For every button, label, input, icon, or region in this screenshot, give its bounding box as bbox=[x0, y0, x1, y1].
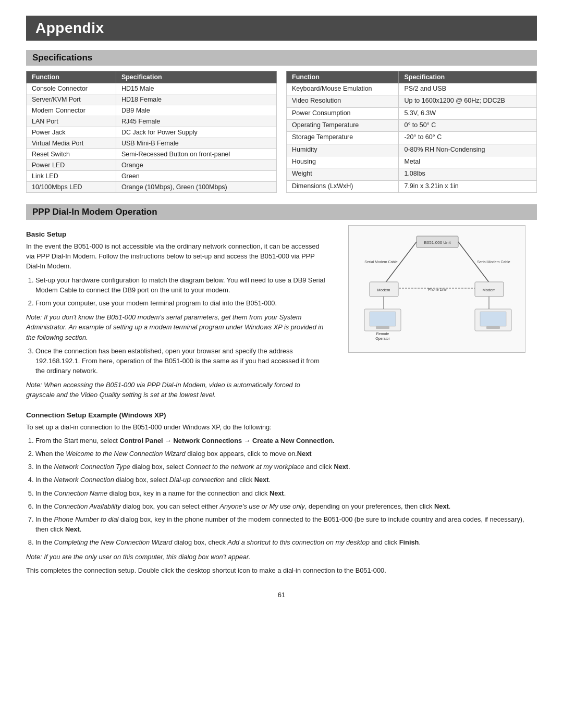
function-cell: 10/100Mbps LED bbox=[27, 182, 116, 193]
step-2: From your computer, use your modem termi… bbox=[35, 298, 326, 308]
svg-rect-20 bbox=[486, 326, 500, 329]
svg-text:Serial Modem Cable: Serial Modem Cable bbox=[477, 260, 510, 264]
specification-cell: HD18 Female bbox=[116, 94, 276, 105]
specification-cell: 0-80% RH Non-Condensing bbox=[399, 144, 537, 156]
svg-rect-13 bbox=[370, 312, 396, 326]
step-3: Once the connection has been established… bbox=[35, 346, 326, 376]
function-cell: Keyboard/Mouse Emulation bbox=[287, 83, 399, 95]
table-row: Operating Temperature0° to 50° C bbox=[287, 119, 537, 131]
diagram-box: B051-000 Unit Serial Modem Cable Serial … bbox=[348, 225, 525, 353]
svg-rect-14 bbox=[376, 326, 389, 329]
function-cell: Power Consumption bbox=[287, 107, 399, 119]
function-cell: Power LED bbox=[27, 160, 116, 171]
table-row: Virtual Media PortUSB Mini-B Female bbox=[27, 138, 277, 149]
svg-text:Operator: Operator bbox=[375, 337, 390, 341]
table-row: Power Consumption5.3V, 6.3W bbox=[287, 107, 537, 119]
function-cell: Console Connector bbox=[27, 83, 116, 94]
diagram-column: B051-000 Unit Serial Modem Cable Serial … bbox=[337, 225, 537, 404]
function-cell: Storage Temperature bbox=[287, 132, 399, 144]
table-row: Link LEDGreen bbox=[27, 171, 277, 182]
table-row: LAN PortRJ45 Female bbox=[27, 116, 277, 127]
table-row: Reset SwitchSemi-Recessed Button on fron… bbox=[27, 149, 277, 160]
function-cell: Humidity bbox=[287, 144, 399, 156]
specs-tables-container: Function Specification Console Connector… bbox=[26, 71, 537, 193]
content-area: Basic Setup In the event the B051-000 is… bbox=[26, 225, 537, 404]
specification-cell: Green bbox=[116, 171, 276, 182]
function-cell: LAN Port bbox=[27, 116, 116, 127]
note2: Note: When accessing the B051-000 via PP… bbox=[26, 380, 326, 400]
svg-text:Modem: Modem bbox=[482, 288, 495, 292]
table-row: Storage Temperature-20° to 60° C bbox=[287, 132, 537, 144]
specification-cell: Up to 1600x1200 @ 60Hz; DDC2B bbox=[399, 95, 537, 107]
left-col-specification: Specification bbox=[116, 71, 276, 83]
specification-cell: DB9 Male bbox=[116, 105, 276, 116]
list-item: In the Connection Name dialog box, key i… bbox=[35, 488, 537, 498]
step-1: Set-up your hardware configuration to ma… bbox=[35, 275, 326, 295]
table-row: Video ResolutionUp to 1600x1200 @ 60Hz; … bbox=[287, 95, 537, 107]
specification-cell: Orange (10Mbps), Green (100Mbps) bbox=[116, 182, 276, 193]
specification-cell: 7.9in x 3.21in x 1in bbox=[399, 180, 537, 192]
connection-setup-section: Connection Setup Example (Windows XP) To… bbox=[26, 411, 537, 575]
function-cell: Server/KVM Port bbox=[27, 94, 116, 105]
function-cell: Housing bbox=[287, 156, 399, 168]
list-item: In the Connection Availability dialog bo… bbox=[35, 501, 537, 511]
specification-cell: 5.3V, 6.3W bbox=[399, 107, 537, 119]
connection-steps-list: From the Start menu, select Control Pane… bbox=[35, 436, 537, 548]
list-item: In the Phone Number to dial dialog box, … bbox=[35, 514, 537, 534]
ppp-section-title: PPP Dial-In Modem Operation bbox=[26, 204, 537, 220]
final-paragraph: This completes the connection setup. Dou… bbox=[26, 565, 537, 575]
note1: Note: If you don't know the B051-000 mod… bbox=[26, 312, 326, 342]
ppp-section: PPP Dial-In Modem Operation Basic Setup … bbox=[26, 204, 537, 575]
function-cell: Video Resolution bbox=[287, 95, 399, 107]
svg-text:Modem: Modem bbox=[377, 288, 390, 292]
left-col-function: Function bbox=[27, 71, 116, 83]
table-row: Console ConnectorHD15 Male bbox=[27, 83, 277, 94]
svg-text:Remote: Remote bbox=[376, 332, 389, 336]
specs-left-table: Function Specification Console Connector… bbox=[26, 71, 277, 193]
function-cell: Link LED bbox=[27, 171, 116, 182]
function-cell: Operating Temperature bbox=[287, 119, 399, 131]
right-col-function: Function bbox=[287, 71, 399, 83]
specification-cell: PS/2 and USB bbox=[399, 83, 537, 95]
connection-note: Note: If you are the only user on this c… bbox=[26, 552, 537, 562]
specification-cell: USB Mini-B Female bbox=[116, 138, 276, 149]
table-row: Humidity0-80% RH Non-Condensing bbox=[287, 144, 537, 156]
page-title: Appendix bbox=[26, 16, 537, 41]
function-cell: Dimensions (LxWxH) bbox=[287, 180, 399, 192]
intro-paragraph: In the event the B051-000 is not accessi… bbox=[26, 241, 326, 272]
table-row: 10/100Mbps LEDOrange (10Mbps), Green (10… bbox=[27, 182, 277, 193]
specification-cell: RJ45 Female bbox=[116, 116, 276, 127]
specifications-title: Specifications bbox=[26, 50, 537, 66]
basic-setup-title: Basic Setup bbox=[26, 230, 326, 238]
svg-text:Serial Modem Cable: Serial Modem Cable bbox=[364, 260, 398, 264]
function-cell: Reset Switch bbox=[27, 149, 116, 160]
specification-cell: Semi-Recessed Button on front-panel bbox=[116, 149, 276, 160]
table-row: Power LEDOrange bbox=[27, 160, 277, 171]
network-diagram: B051-000 Unit Serial Modem Cable Serial … bbox=[354, 231, 521, 346]
table-row: Dimensions (LxWxH)7.9in x 3.21in x 1in bbox=[287, 180, 537, 192]
basic-setup-steps: Set-up your hardware configuration to ma… bbox=[35, 275, 326, 309]
specifications-section: Specifications Function Specification Co… bbox=[26, 50, 537, 193]
specification-cell: Metal bbox=[399, 156, 537, 168]
list-item: In the Network Connection Type dialog bo… bbox=[35, 462, 537, 472]
table-row: Keyboard/Mouse EmulationPS/2 and USB bbox=[287, 83, 537, 95]
specification-cell: 1.08lbs bbox=[399, 168, 537, 180]
specification-cell: HD15 Male bbox=[116, 83, 276, 94]
function-cell: Power Jack bbox=[27, 127, 116, 138]
specification-cell: -20° to 60° C bbox=[399, 132, 537, 144]
table-row: Modem ConnectorDB9 Male bbox=[27, 105, 277, 116]
specification-cell: 0° to 50° C bbox=[399, 119, 537, 131]
table-row: Server/KVM PortHD18 Female bbox=[27, 94, 277, 105]
list-item: From the Start menu, select Control Pane… bbox=[35, 436, 537, 446]
table-row: Weight1.08lbs bbox=[287, 168, 537, 180]
list-item: When the Welcome to the New Connection W… bbox=[35, 449, 537, 459]
connection-setup-title: Connection Setup Example (Windows XP) bbox=[26, 411, 537, 419]
function-cell: Weight bbox=[287, 168, 399, 180]
specification-cell: DC Jack for Power Supply bbox=[116, 127, 276, 138]
list-item: In the Network Connection dialog box, se… bbox=[35, 475, 537, 485]
specs-right-table: Function Specification Keyboard/Mouse Em… bbox=[286, 71, 537, 193]
table-row: HousingMetal bbox=[287, 156, 537, 168]
svg-text:B051-000 Unit: B051-000 Unit bbox=[424, 240, 451, 245]
list-item: In the Completing the New Connection Wiz… bbox=[35, 537, 537, 547]
connection-intro: To set up a dial-in connection to the B0… bbox=[26, 422, 537, 432]
